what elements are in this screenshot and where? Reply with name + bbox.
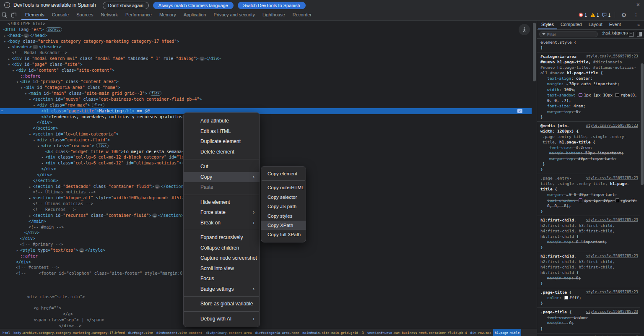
dom-tree-node[interactable]: <!-- Modal Buscador--> (0, 50, 532, 56)
dom-tree-node[interactable]: ▾<div class="row max">flex (0, 102, 532, 108)
dom-tree-node[interactable]: </a> (0, 311, 532, 317)
styles-scrollbar[interactable] (640, 38, 644, 336)
context-menu-item-badge-settings[interactable]: Badge settings› (184, 284, 260, 294)
expand-ellipsis-button[interactable]: … (33, 45, 38, 49)
css-property-margin[interactable]: margin: ▸0 0 30px !important; (540, 192, 638, 198)
css-property-margin-bottom[interactable]: margin-bottom: 50px !important; (543, 150, 638, 156)
dom-tree-node[interactable]: ::after (0, 253, 532, 259)
css-property-text-shadow[interactable]: text-shadow: 1px 1px 10px rgba(0, 0, 0, … (540, 198, 638, 208)
breadcrumb-item[interactable]: body.archive.category.category-marketing… (12, 329, 126, 336)
shorthand-expand-icon[interactable]: ▸ (566, 82, 569, 86)
infobar-close-icon[interactable]: × (636, 1, 640, 8)
breadcrumb-item[interactable]: div#content.site-content (155, 329, 204, 336)
stylesheet-link[interactable]: style.css?v…55695785:23 (586, 54, 638, 59)
copy-submenu-item-copy-xpath[interactable]: Copy XPath (261, 221, 306, 230)
flex-badge[interactable]: flex (92, 103, 104, 107)
dom-tree-node[interactable]: </div> (0, 120, 532, 125)
dom-tree-node[interactable]: ▾<section id="lo-ultimo-categoria"> (0, 131, 532, 137)
dom-tree-node[interactable] (0, 276, 532, 282)
dom-tree-node[interactable]: ▾<div class="container-fluid"> (0, 137, 532, 143)
css-property-margin-top[interactable]: margin-top: 0 !important; (540, 239, 638, 245)
context-menu-item-paste[interactable]: Paste (184, 182, 260, 193)
expand-arrow-icon[interactable]: ▾ (25, 91, 27, 97)
tab-application[interactable]: Application (180, 10, 210, 20)
css-property-margin-top[interactable]: margin-top: 30px !important; (543, 156, 638, 161)
color-swatch[interactable] (564, 296, 568, 300)
shorthand-expand-icon[interactable]: ▸ (566, 193, 569, 197)
css-property-font-size[interactable]: font-size: 1.2em; (540, 315, 638, 320)
css-property-color[interactable]: color: #fff; (540, 295, 638, 300)
sidebar-tab-computed[interactable]: Computed (557, 20, 585, 29)
dom-tree-node[interactable]: <!-- #content --> (0, 265, 532, 271)
dom-tree-node[interactable]: ▸<header>…</header> (0, 44, 532, 50)
more-options-kebab-icon[interactable]: ⋮ (631, 10, 641, 20)
stylesheet-link[interactable]: style.css?v…55695785:23 (586, 175, 638, 181)
css-property-margin[interactable]: margin: ▸30px auto !important; (540, 81, 638, 87)
sidebar-tab-layout[interactable]: Layout (585, 20, 606, 29)
breadcrumb-item[interactable]: main#main.site-main.grid.grid--3 (301, 329, 366, 336)
dom-tree-node[interactable]: ▾<main id="main" class="site-main grid g… (0, 91, 532, 96)
dom-tree-node[interactable]: ▸<div class="col-lg-6 col-md-12" id="ult… (0, 160, 532, 166)
more-tabs-icon[interactable]: » (637, 22, 643, 27)
new-style-rule-button[interactable]: + (623, 31, 626, 37)
breadcrumb-item[interactable]: div.row.max (469, 329, 493, 336)
expand-ellipsis-button[interactable]: … (152, 214, 157, 218)
copy-submenu-item-copy-selector[interactable]: Copy selector (261, 193, 306, 202)
expand-arrow-icon[interactable]: ▸ (29, 184, 31, 190)
tab-sources[interactable]: Sources (73, 10, 97, 20)
dom-tree-node[interactable]: </section> (0, 125, 532, 131)
device-toolbar-icon[interactable] (9, 10, 18, 20)
scrollbar-thumb[interactable] (533, 23, 536, 81)
dom-tree-node[interactable]: </div> (0, 259, 532, 265)
breadcrumb-item[interactable]: div#categoria-area.home (253, 329, 301, 336)
breadcrumb-item[interactable]: section#nuevo.cat-business-tech.containe… (366, 329, 469, 336)
context-menu-item-force-state[interactable]: Force state› (184, 207, 260, 218)
expand-arrow-icon[interactable]: ▸ (42, 155, 44, 161)
dom-tree-node[interactable]: <h2>Tendencias, novedades, noticias y re… (0, 114, 532, 120)
tab-network[interactable]: Network (97, 10, 122, 20)
css-property-width[interactable]: width: 100%; (540, 87, 638, 92)
flex-badge[interactable]: flex (96, 143, 108, 148)
infobar-button-always-match-chrome-s-language[interactable]: Always match Chrome's language (153, 2, 234, 9)
dom-tree-node[interactable]: <!-- <footer id="colophon" class="site-f… (0, 271, 532, 276)
dom-tree-node[interactable]: ▾<div id="content" class="site-content"> (0, 68, 532, 73)
error-count-badge[interactable]: 1 (579, 13, 587, 18)
copy-submenu-item-copy-element[interactable]: Copy element (261, 169, 306, 178)
breadcrumb-item[interactable]: div#page.site (126, 329, 154, 336)
dom-tree-node[interactable]: ▾<div id="primary" class="content-area"> (0, 79, 532, 85)
copy-submenu-item-copy-full-xpath[interactable]: Copy full XPath (261, 230, 306, 239)
scroll-badge[interactable]: scroll (46, 27, 62, 32)
dom-tree-node[interactable]: ▾<body class="archive category category-… (0, 39, 532, 44)
inspect-element-icon[interactable] (0, 10, 9, 20)
tab-elements[interactable]: Elements (21, 10, 48, 20)
dom-tree-node[interactable]: <h1 class="page-title">Marketing</h1> ==… (0, 108, 532, 114)
accessibility-person-icon[interactable] (519, 24, 530, 35)
elements-scrollbar[interactable] (532, 20, 536, 329)
context-menu-item-add-attribute[interactable]: Add attribute (184, 116, 260, 126)
stylesheet-link[interactable]: style.css?v…55695785:23 (586, 253, 638, 259)
css-property-margin-top[interactable]: margin-top: 0; (540, 275, 638, 281)
settings-gear-icon[interactable]: ⚙ (619, 10, 628, 20)
copy-submenu-item-copy-styles[interactable]: Copy styles (261, 211, 306, 221)
flex-badge[interactable]: flex (149, 91, 161, 96)
context-menu-item-hide-element[interactable]: Hide element (184, 197, 260, 208)
expand-arrow-icon[interactable]: ▾ (16, 79, 18, 85)
dom-tree-node[interactable]: <a href=""> (0, 305, 532, 311)
selected-node-adorner-icon[interactable]: ↗ (517, 109, 522, 113)
expand-arrow-icon[interactable]: ▸ (42, 161, 44, 167)
styles-filter-input[interactable]: Filter (539, 31, 598, 37)
context-menu-item-capture-node-screenshot[interactable]: Capture node screenshot (184, 253, 260, 263)
rendering-emulation-icon[interactable] (629, 32, 634, 36)
expand-arrow-icon[interactable]: ▸ (8, 44, 10, 50)
copy-submenu-item-copy-outerhtml[interactable]: Copy outerHTML (261, 183, 306, 192)
tab-privacy-and-security[interactable]: Privacy and security (210, 10, 258, 20)
dom-tree-node[interactable] (0, 300, 532, 306)
expand-arrow-icon[interactable]: ▾ (29, 132, 31, 138)
stylesheet-link[interactable]: style.css?v…55695785:23 (586, 289, 638, 295)
warning-count-badge[interactable]: 1 (590, 13, 599, 18)
element-state-toggle[interactable]: :hov (602, 31, 610, 37)
message-count-badge[interactable]: 1 (602, 13, 610, 18)
dom-tree-node[interactable] (0, 288, 532, 294)
context-menu-item-break-on[interactable]: Break on› (184, 218, 260, 228)
expand-ellipsis-button[interactable]: … (79, 248, 84, 253)
